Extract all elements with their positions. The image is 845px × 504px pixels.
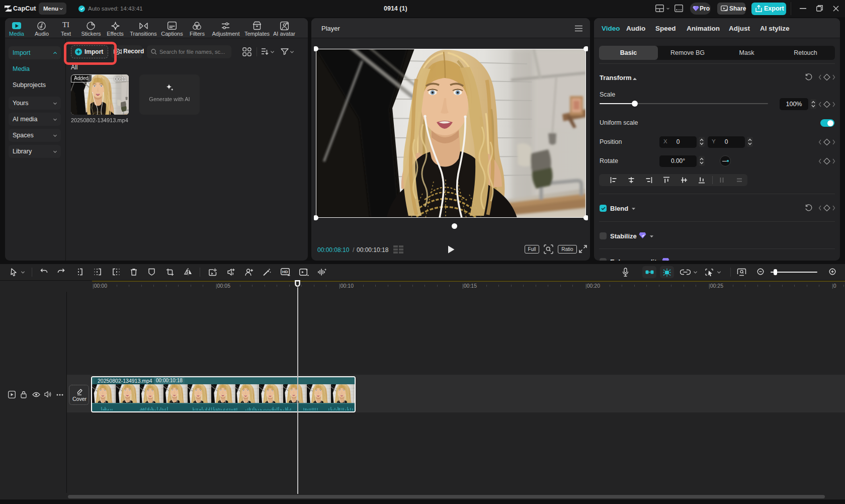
svg-text:HD: HD [282, 270, 288, 274]
